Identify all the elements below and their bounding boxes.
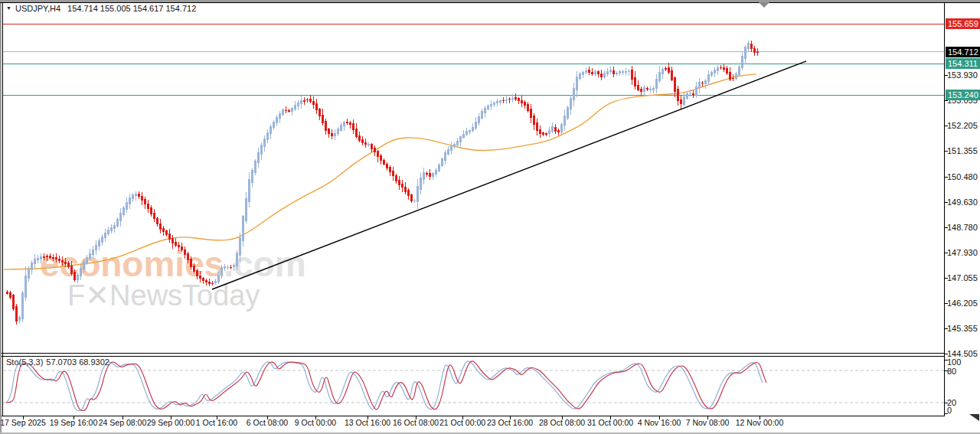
resistance-price-badge: 155.659	[946, 18, 980, 29]
date-tick-label: 19 Sep 16:00	[50, 418, 97, 427]
date-tick-label: 23 Oct 16:00	[487, 418, 533, 427]
date-tick-label: 1 Oct 16:00	[196, 418, 237, 427]
date-tick-label: 24 Sep 08:00	[99, 418, 146, 427]
time-axis[interactable]: 17 Sep 202519 Sep 16:0024 Sep 08:0029 Se…	[0, 0, 980, 434]
date-tick-label: 6 Oct 08:00	[247, 418, 288, 427]
date-tick-label: 9 Oct 00:00	[295, 418, 336, 427]
date-tick-label: 13 Oct 16:00	[345, 418, 390, 427]
date-tick-label: 28 Oct 08:00	[539, 418, 585, 427]
chart-title-bar: ▼USDJPY,H4154.714 155.005 154.617 154.71…	[6, 4, 196, 13]
indicator-name: Sto(5,3,3)	[6, 357, 43, 367]
symbol-dropdown-icon[interactable]: ▼	[6, 5, 11, 11]
date-tick-label: 17 Sep 2025	[0, 418, 46, 427]
chart-shift-marker-icon	[759, 2, 769, 8]
symbol-timeframe-label: USDJPY,H4	[15, 4, 60, 13]
date-tick-label: 7 Nov 08:00	[686, 418, 730, 427]
ohlc-readout: 154.714 155.005 154.617 154.712	[67, 4, 196, 13]
chart-window: economies.com F✕NewsToday ▼USDJPY,H4154.…	[0, 0, 980, 434]
indicator-header: Sto(5,3,3)57.0703 68.9302	[6, 357, 109, 367]
date-tick-label: 31 Oct 00:00	[587, 418, 633, 427]
date-tick-label: 21 Oct 00:00	[439, 418, 485, 427]
current-price-badge: 154.712	[946, 47, 980, 57]
date-tick-label: 12 Nov 00:00	[736, 418, 783, 427]
date-tick-label: 4 Nov 16:00	[638, 418, 681, 427]
date-tick-label: 29 Sep 00:00	[147, 418, 194, 427]
indicator-values: 57.0703 68.9302	[46, 357, 109, 367]
support-price-badge-lower: 153.240	[946, 90, 980, 100]
date-tick-label: 16 Oct 08:00	[393, 418, 439, 427]
support-price-badge-upper: 154.311	[946, 58, 980, 69]
axis-corner-marker-icon	[969, 414, 979, 421]
